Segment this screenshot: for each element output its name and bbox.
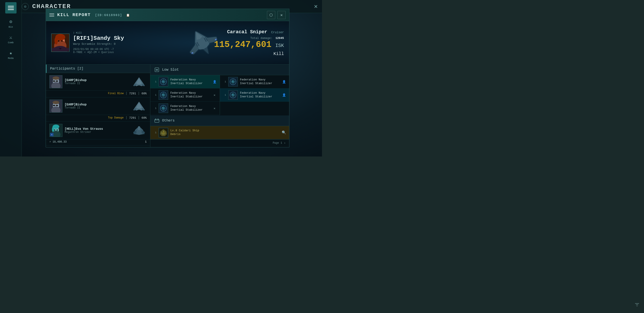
victim-name: [RIF1]Sandy Sky — [73, 35, 124, 41]
others-icon — [154, 118, 160, 124]
svg-point-74 — [232, 81, 233, 81]
external-link-button[interactable]: ⬡ — [267, 11, 275, 19]
participant-damage-row-2: Top Damage | 7291 | 60% — [46, 115, 150, 122]
participant-row[interactable]: ★ [HELL]Eva Von Strauss Megathron Strike… — [46, 122, 150, 139]
pagination-row: Page 1 › — [150, 139, 289, 146]
kill-report-header: KILL REPORT [ID:6618903] 📋 ⬡ ✕ — [46, 9, 289, 21]
sidebar-menu-button[interactable] — [5, 2, 16, 13]
participant-avatar-3: ★ — [50, 124, 62, 137]
victim-avatar — [51, 33, 70, 52]
svg-point-52 — [54, 130, 55, 130]
participant-info-3: [HELL]Eva Von Strauss Megathron Striker — [64, 127, 129, 134]
low-slot-item[interactable]: 1 Feder — [220, 88, 289, 102]
victim-location: 8-YNBE < 4QZ-2M < Querious — [73, 51, 124, 54]
low-slot-item[interactable]: 1 Feder — [150, 102, 220, 115]
low-slot-item[interactable]: 1 — [150, 75, 220, 88]
participant-info-1: [EARP]Bishup Tornado II — [64, 78, 129, 85]
participant-info-2: [EARP]Bishup Tornado II — [64, 103, 129, 109]
item-icon — [158, 77, 168, 86]
participant-row[interactable]: [EARP]Bishup Tornado II — [46, 73, 150, 91]
victim-section: | Kill [RIF1]Sandy Sky Warp Scramble Str… — [46, 21, 289, 64]
svg-rect-38 — [56, 105, 58, 106]
character-portrait-icon: ⊙ — [22, 3, 29, 10]
sidebar-item-medals[interactable]: ★ Meda — [5, 49, 16, 60]
svg-rect-106 — [155, 119, 159, 122]
kill-report-panel: KILL REPORT [ID:6618903] 📋 ⬡ ✕ — [46, 9, 289, 147]
participant-damage-row-1: Final Blow | 7291 | 60% — [46, 91, 150, 97]
item-action-icon[interactable]: 👤 — [281, 92, 286, 98]
debris-icon — [158, 128, 168, 137]
svg-point-49 — [52, 127, 54, 132]
svg-rect-27 — [56, 80, 58, 82]
victim-warp-scramble: Warp Scramble Strength: 0 — [73, 42, 124, 46]
participant-ship-img-3 — [132, 125, 147, 136]
low-slot-title: Low Slot — [150, 64, 289, 75]
participant-avatar-2 — [50, 100, 62, 113]
medals-icon: ★ — [9, 50, 12, 56]
participant-ship-img-1 — [132, 76, 147, 87]
sidebar-item-combat[interactable]: ⚔ Comb — [5, 33, 16, 45]
svg-point-5 — [58, 40, 60, 41]
svg-point-101 — [162, 107, 163, 108]
sidebar: ⊙ Bio ⚔ Comb ★ Meda — [0, 0, 22, 156]
ship-name-line: Caracal Sniper Cruiser — [214, 29, 284, 35]
items-panel: Low Slot 1 — [150, 64, 289, 147]
svg-marker-57 — [138, 126, 140, 130]
low-slot-item[interactable]: 1 Feder — [220, 75, 289, 88]
participant-ship-img-2 — [132, 101, 147, 111]
svg-rect-59 — [156, 69, 158, 70]
svg-point-29 — [53, 76, 60, 80]
item-icon — [158, 103, 168, 113]
svg-rect-108 — [155, 119, 156, 120]
kill-report-title: KILL REPORT [ID:6618903] 📋 — [57, 12, 264, 17]
participants-title: Participants [2] — [46, 64, 150, 73]
participants-panel: Participants [2] — [46, 64, 150, 147]
item-search-icon[interactable]: 🔍 — [281, 130, 286, 135]
item-action-icon[interactable]: 👤 — [212, 79, 217, 84]
item-action-icon[interactable]: ✕ — [212, 106, 217, 111]
svg-point-92 — [232, 94, 233, 95]
damage-amount: ⚡ 18,400.33 — [50, 140, 66, 143]
participant-avatar-1 — [50, 75, 62, 88]
bishup-portrait-1 — [50, 75, 62, 88]
kill-report-bottom: Participants [2] — [46, 64, 289, 147]
victim-time: 2022/01/08 00:48:06 UTC -7 — [73, 48, 124, 51]
low-slot-icon — [154, 67, 160, 73]
items-grid: 1 — [150, 75, 289, 115]
item-action-icon[interactable]: ✕ — [212, 92, 217, 98]
empty-item-cell — [220, 102, 289, 115]
item-icon — [228, 77, 238, 86]
participant-row[interactable]: [EARP]Bishup Tornado II — [46, 97, 150, 115]
svg-rect-26 — [53, 80, 55, 82]
item-icon — [158, 90, 168, 100]
victim-portrait — [52, 34, 69, 51]
svg-point-6 — [61, 40, 63, 41]
kr-menu-button[interactable] — [50, 13, 54, 16]
medal-badge: ★ — [50, 133, 54, 136]
svg-rect-109 — [158, 119, 158, 120]
kill-stats: Caracal Sniper Cruiser Total damage: 120… — [214, 29, 284, 56]
total-damage-label: Total damage: 12045 — [214, 36, 284, 40]
kill-report-actions: ⬡ ✕ — [267, 11, 286, 19]
next-page-button[interactable]: › — [284, 141, 286, 145]
kill-type-label: Kill — [214, 51, 284, 56]
item-icon — [228, 90, 238, 100]
victim-info: | Kill [RIF1]Sandy Sky Warp Scramble Str… — [73, 31, 124, 54]
item-action-icon[interactable]: 👤 — [281, 79, 286, 84]
svg-point-40 — [53, 101, 60, 104]
combat-icon: ⚔ — [9, 34, 12, 40]
kill-badge: | Kill — [73, 31, 124, 34]
svg-point-53 — [57, 130, 58, 130]
low-slot-item[interactable]: 1 Feder — [150, 88, 220, 102]
kill-report-close-button[interactable]: ✕ — [278, 11, 286, 19]
bio-icon: ⊙ — [9, 19, 12, 25]
app-close-button[interactable]: ✕ — [314, 2, 318, 10]
svg-rect-37 — [53, 105, 55, 106]
svg-point-83 — [162, 94, 163, 95]
sidebar-item-bio[interactable]: ⊙ Bio — [5, 18, 16, 29]
others-item[interactable]: 1 Lv.8 Caldari ShipDebris 🔍 — [150, 126, 289, 139]
svg-point-4 — [54, 37, 58, 44]
svg-rect-60 — [156, 70, 158, 70]
others-title: Others — [150, 115, 289, 126]
svg-rect-113 — [162, 131, 164, 134]
